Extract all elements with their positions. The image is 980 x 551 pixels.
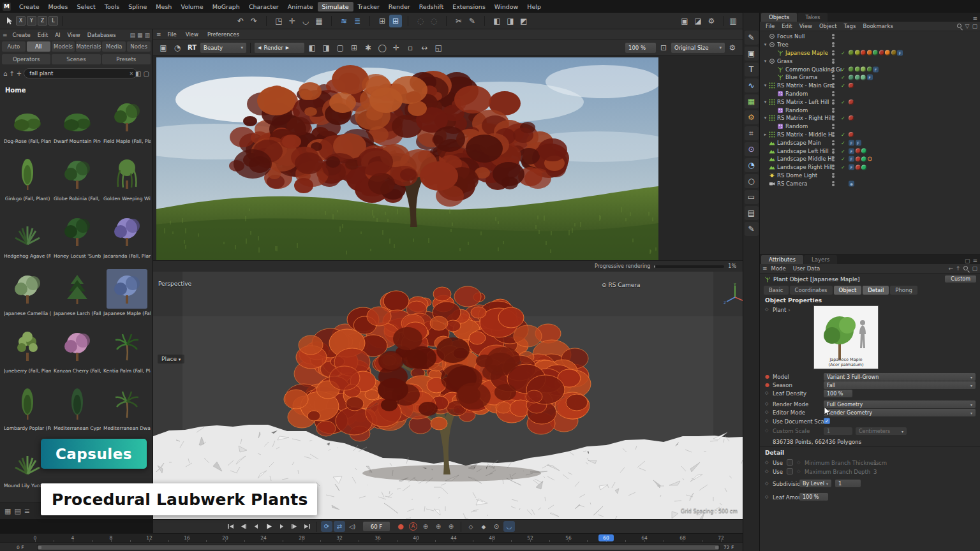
timeline-playhead[interactable]: 60 [598,534,614,541]
asset-thumbnail[interactable] [107,97,147,136]
renderview-menu-file[interactable]: File [164,31,181,38]
asset-thumbnail[interactable] [57,384,98,423]
object-row[interactable]: Blue Grama ✓ F [760,73,980,82]
object-name[interactable]: Landscape Left Hill [777,148,829,154]
snapshot-icon[interactable]: ▣ [157,41,170,54]
colorpicker-icon[interactable]: ◯ [376,41,389,54]
panel-pin-icon[interactable]: ▢ [965,258,970,264]
object-row[interactable]: Random [760,122,980,131]
custom-scale-field[interactable]: 1 [824,427,852,435]
bevel-icon[interactable]: ◨ [504,15,517,27]
material-tag-icon[interactable] [855,75,860,80]
workplane-icon[interactable]: ▦ [313,15,325,27]
asset-thumbnail[interactable] [107,269,147,309]
asset-item[interactable]: Golden Weeping Willo... [103,154,151,210]
enable-check-icon[interactable]: ✓ [841,99,845,105]
pan-icon[interactable]: ↔ [418,41,431,54]
pin-icon[interactable]: ▢ [144,70,149,77]
fit-icon[interactable]: ⊡ [657,41,670,54]
record-scale-button[interactable]: ⊕ [433,521,444,532]
asset-thumbnail[interactable] [7,384,48,423]
constraint-tool-icon[interactable]: ⊙ [745,142,759,156]
gear-icon[interactable]: ⚙ [726,41,739,54]
use-document-scale-checkbox[interactable]: ✓ [824,418,830,424]
asset-tab-nodes[interactable]: Nodes [127,41,151,52]
asset-item[interactable]: Field Maple (Fall, Plant) [103,97,151,153]
axis-lock-y[interactable]: Y [27,16,36,26]
prev-key-button[interactable] [237,521,249,532]
axis-lock-z[interactable]: Z [38,16,47,26]
visibility-dots[interactable] [832,91,835,96]
asset-tab-auto[interactable]: Auto [2,41,26,52]
objects-menu-file[interactable]: File [762,22,778,30]
object-name[interactable]: Grass [777,58,792,64]
material-tag-icon[interactable] [867,50,872,55]
object-row[interactable]: RS Camera ⊕ [760,179,980,187]
enable-check-icon[interactable]: ✓ [841,140,845,145]
modeling-mode-icon[interactable]: ◳ [272,15,285,27]
axis-mode-icon[interactable]: ✛ [286,15,299,27]
extrude-icon[interactable]: ◧ [491,15,503,27]
object-name[interactable]: Landscape Right Hill [777,164,833,170]
enable-check-icon[interactable]: ✓ [841,165,845,170]
asset-item[interactable]: Dwarf Mountain Pine (... [53,97,101,153]
expand-arrow-icon[interactable]: ▾ [762,59,768,64]
asset-item[interactable]: Mediterranean Dwarf ... [103,384,151,440]
record-rotation-button[interactable]: ⊕ [445,521,457,532]
asset-item[interactable]: Mediterranean Cypres... [53,384,101,440]
asset-menu-view[interactable]: View [64,31,84,39]
asset-item[interactable]: Jacaranda (Fall, Plant) [103,212,151,268]
axis-lock-x[interactable]: X [16,16,26,26]
lock-icon[interactable]: ▢ [972,265,977,272]
material-tag-icon[interactable] [855,67,860,72]
leaf-amount-field[interactable]: 100 % [799,493,828,501]
asset-tab-media[interactable]: Media [102,41,126,52]
object-name[interactable]: RS Dome Light [777,172,817,179]
menu-animate[interactable]: Animate [283,2,318,11]
asset-item[interactable]: Hedgehog Agave (Fall... [3,212,52,268]
object-name[interactable]: Landscape Main [777,140,821,146]
material-tag-icon[interactable] [861,67,866,72]
material-tag-icon[interactable] [861,149,866,154]
motext-tool-icon[interactable]: T [745,62,759,77]
field-tag-icon[interactable]: F [849,156,854,162]
objects-tab-objects[interactable]: Objects [761,13,797,22]
measure-tool-icon[interactable]: ⌗ [745,126,759,140]
disabled-b-icon[interactable]: ◌ [427,15,440,27]
param-field-editor-mode[interactable]: Render Geometry▾ [824,409,976,416]
use-checkbox[interactable] [787,459,793,466]
asset-thumbnail[interactable] [107,212,147,251]
visibility-dots[interactable] [832,99,835,105]
plant-preview-thumbnail[interactable]: Japanese Maple (Acer palmatum) [813,305,879,369]
object-name[interactable]: Landscape Middle Hill [777,156,833,162]
asset-thumbnail[interactable] [7,212,48,251]
object-row[interactable]: ▾ RS Matrix - Right Hill ✓ [760,114,980,122]
field-tag-icon[interactable]: F [849,140,854,145]
back-arrow-icon[interactable]: ← [948,265,953,272]
hamburger-icon[interactable]: ≡ [156,31,161,38]
range-track[interactable] [37,545,720,550]
menu-volume[interactable]: Volume [176,2,207,11]
asset-thumbnail[interactable] [7,154,48,194]
asset-thumbnail[interactable] [107,384,147,423]
next-key-button[interactable] [288,521,300,532]
zoom-field[interactable]: 100 % [625,43,656,53]
menu-modes[interactable]: Modes [44,2,73,11]
asset-thumbnail[interactable] [57,212,98,251]
category-tab-basic[interactable]: Basic [764,286,789,295]
object-row[interactable]: ▾ Grass [760,57,980,65]
visibility-dots[interactable] [832,75,835,80]
panel-b-icon[interactable]: ▦ [137,32,143,38]
asset-item[interactable]: Kanzan Cherry (Fall, Pl... [53,327,101,383]
material-tag-icon[interactable] [867,67,872,72]
visibility-dots[interactable] [832,108,835,113]
ab-compare-icon[interactable]: ◧ [306,41,318,54]
material-tag-icon[interactable] [885,50,890,55]
magnet-icon[interactable]: ◡ [299,15,312,27]
asset-subtab-scenes[interactable]: Scenes [52,54,100,64]
visibility-dots[interactable] [832,83,835,88]
enable-check-icon[interactable]: ✓ [841,156,845,162]
material-tag-icon[interactable] [861,75,866,80]
object-row[interactable]: ▸ RS Matrix - Middle Hill ✓ [760,131,980,139]
category-tab-phong[interactable]: Phong [890,286,917,295]
